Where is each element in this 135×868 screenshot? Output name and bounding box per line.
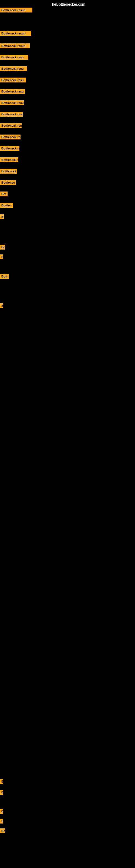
bottleneck-badge: Bottlen <box>0 203 13 208</box>
bottleneck-badge: Bo <box>0 245 5 250</box>
bottleneck-badge: Bottleneck resu <box>0 112 23 117</box>
bottleneck-badge: Bottleneck resu <box>0 66 27 71</box>
bottleneck-badge: Bottleneck result <box>0 8 32 12</box>
bottleneck-badge: B <box>0 254 3 259</box>
bottleneck-badge: Bottleneck resu <box>0 100 24 105</box>
bottleneck-badge: Bottleneck re <box>0 146 19 151</box>
site-title: TheBottlenecker.com <box>0 0 135 8</box>
bottleneck-badge: B <box>0 790 3 795</box>
bottleneck-badge: Bottleneck result <box>0 43 30 48</box>
bottleneck-badge: Bottleneck r <box>0 169 17 174</box>
bottleneck-badge: B <box>0 303 3 308</box>
bottleneck-badge: Bottleneck resu <box>0 123 21 128</box>
bottleneck-badge: B <box>0 779 3 784</box>
bottleneck-badge: Bottleneck resu <box>0 78 26 83</box>
bottleneck-badge: Bo <box>0 828 5 833</box>
bottleneck-badge: Bottleneck res <box>0 134 20 140</box>
bottleneck-badge: B <box>0 214 4 219</box>
bottleneck-badge: Bottleneck resu <box>0 55 28 60</box>
bottleneck-badge: Bottleneck resu <box>0 89 25 94</box>
bottleneck-badge: B <box>0 809 3 814</box>
bottleneck-badge: Bottleneck result <box>0 31 31 36</box>
bottleneck-badge: Bot <box>0 191 8 196</box>
bottleneck-badge: Bott <box>0 274 9 279</box>
bottleneck-badge: Bottlenec <box>0 180 16 185</box>
bottleneck-badge: Bottleneck re <box>0 157 18 162</box>
bottleneck-badge: B <box>0 818 3 824</box>
